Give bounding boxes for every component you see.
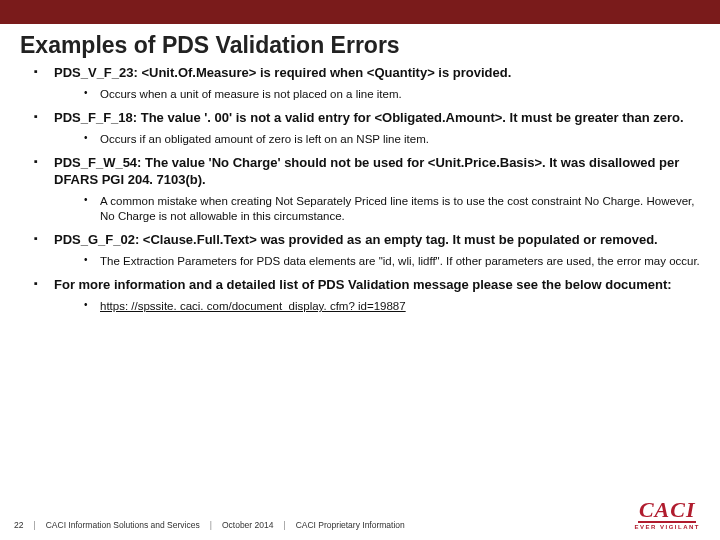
- sub-list: Occurs if an obligated amount of zero is…: [54, 130, 700, 149]
- bullet-heading: PDS_G_F_02: <Clause.Full.Text> was provi…: [54, 232, 658, 247]
- footer-date: October 2014: [222, 520, 274, 530]
- bullet-item-2: PDS_F_W_54: The value 'No Charge' should…: [28, 155, 700, 231]
- sub-item: Occurs when a unit of measure is not pla…: [84, 85, 700, 104]
- sub-item: A common mistake when creating Not Separ…: [84, 192, 700, 226]
- page-number: 22: [14, 520, 23, 530]
- bullet-heading: PDS_F_W_54: The value 'No Charge' should…: [54, 155, 679, 186]
- footer-sep: |: [283, 520, 285, 530]
- bullet-list: PDS_V_F_23: <Unit.Of.Measure> is require…: [20, 65, 700, 322]
- bullet-item-3: PDS_G_F_02: <Clause.Full.Text> was provi…: [28, 232, 700, 277]
- logo-tagline: EVER VIGILANT: [634, 524, 700, 530]
- sub-item: The Extraction Parameters for PDS data e…: [84, 252, 700, 271]
- footer-class: CACI Proprietary Information: [296, 520, 405, 530]
- footer-org: CACI Information Solutions and Services: [46, 520, 200, 530]
- bullet-item-0: PDS_V_F_23: <Unit.Of.Measure> is require…: [28, 65, 700, 110]
- sub-item: https: //spssite. caci. com/document_dis…: [84, 297, 700, 316]
- footer-sep: |: [210, 520, 212, 530]
- sub-list: The Extraction Parameters for PDS data e…: [54, 252, 700, 271]
- sub-item: Occurs if an obligated amount of zero is…: [84, 130, 700, 149]
- bullet-heading: PDS_V_F_23: <Unit.Of.Measure> is require…: [54, 65, 511, 80]
- bullet-heading: PDS_F_F_18: The value '. 00' is not a va…: [54, 110, 684, 125]
- top-accent-band: [0, 0, 720, 24]
- sub-list: https: //spssite. caci. com/document_dis…: [54, 297, 700, 316]
- page-title: Examples of PDS Validation Errors: [20, 32, 700, 59]
- logo-text: CACI: [639, 500, 696, 520]
- footer-left: 22 | CACI Information Solutions and Serv…: [14, 520, 405, 530]
- bullet-item-1: PDS_F_F_18: The value '. 00' is not a va…: [28, 110, 700, 155]
- footer: 22 | CACI Information Solutions and Serv…: [0, 500, 720, 530]
- slide-content: Examples of PDS Validation Errors PDS_V_…: [0, 24, 720, 322]
- doc-link[interactable]: https: //spssite. caci. com/document_dis…: [100, 300, 406, 312]
- footer-sep: |: [33, 520, 35, 530]
- bullet-heading: For more information and a detailed list…: [54, 277, 672, 292]
- bullet-item-4: For more information and a detailed list…: [28, 277, 700, 322]
- caci-logo: CACI EVER VIGILANT: [634, 500, 700, 530]
- logo-bar: [638, 521, 696, 523]
- sub-list: A common mistake when creating Not Separ…: [54, 192, 700, 226]
- sub-list: Occurs when a unit of measure is not pla…: [54, 85, 700, 104]
